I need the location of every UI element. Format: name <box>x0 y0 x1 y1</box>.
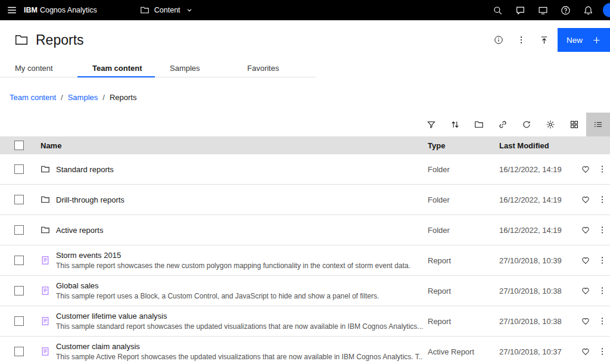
table-row[interactable]: Standard reports Folder 16/12/2022, 14:1… <box>0 154 610 185</box>
screen-icon[interactable] <box>531 0 554 20</box>
table-row[interactable]: Active reports Folder 16/12/2022, 14:19 <box>0 215 610 245</box>
sort-icon[interactable] <box>443 113 467 136</box>
row-checkbox[interactable] <box>14 256 24 265</box>
table-row[interactable]: Storm events 2015 This sample report sho… <box>0 245 610 276</box>
table-body: Standard reports Folder 16/12/2022, 14:1… <box>0 154 610 364</box>
notifications-icon[interactable] <box>577 0 599 20</box>
item-name[interactable]: Customer claim analysis <box>56 342 423 351</box>
page-title: Reports <box>36 32 84 48</box>
item-modified: 27/10/2018, 10:38 <box>494 317 577 326</box>
row-menu-icon[interactable] <box>597 225 607 235</box>
table-row[interactable]: Customer lifetime value analysis This sa… <box>0 306 610 337</box>
settings-icon[interactable] <box>539 113 562 136</box>
report-icon <box>41 316 50 326</box>
help-icon[interactable] <box>554 0 577 20</box>
item-modified: 27/10/2018, 10:37 <box>494 347 577 356</box>
item-type: Folder <box>423 195 494 204</box>
item-name[interactable]: Drill-through reports <box>56 195 125 204</box>
tile-view-icon[interactable] <box>562 113 586 136</box>
row-menu-icon[interactable] <box>597 256 607 265</box>
tab-favorites[interactable]: Favorites <box>232 60 310 77</box>
item-name[interactable]: Customer lifetime value analysis <box>56 312 423 321</box>
item-name[interactable]: Global sales <box>56 281 379 290</box>
chat-icon[interactable] <box>509 0 531 20</box>
favorite-icon[interactable] <box>581 347 590 356</box>
upload-icon[interactable] <box>533 28 555 52</box>
content-switcher-label: Content <box>154 6 180 14</box>
folder-icon <box>41 225 50 235</box>
header-actions: New <box>487 28 610 52</box>
row-checkbox[interactable] <box>14 164 24 174</box>
search-icon[interactable] <box>486 0 509 20</box>
item-type: Report <box>423 287 494 295</box>
breadcrumb-separator: / <box>61 93 63 102</box>
user-avatar[interactable] <box>603 3 610 17</box>
item-modified: 16/12/2022, 14:19 <box>494 195 577 204</box>
breadcrumb-team-content[interactable]: Team content <box>10 93 56 102</box>
breadcrumb-samples[interactable]: Samples <box>68 93 98 102</box>
top-nav: IBMCognos Analytics Content <box>0 0 610 20</box>
table-row[interactable]: Customer claim analysis This sample Acti… <box>0 337 610 364</box>
link-icon[interactable] <box>491 113 515 136</box>
info-icon[interactable] <box>487 28 510 52</box>
favorite-icon[interactable] <box>581 256 590 265</box>
row-menu-icon[interactable] <box>597 347 607 356</box>
filter-icon[interactable] <box>419 113 443 136</box>
item-modified: 27/10/2018, 10:39 <box>494 256 577 265</box>
item-type: Folder <box>423 226 494 235</box>
folder-icon <box>14 33 29 47</box>
app-brand: IBMCognos Analytics <box>24 6 97 14</box>
row-checkbox[interactable] <box>14 286 24 295</box>
toolbar <box>0 113 610 136</box>
new-button[interactable]: New <box>558 28 610 52</box>
tab-my-content[interactable]: My content <box>0 60 77 77</box>
brand-name: Cognos Analytics <box>40 6 97 14</box>
row-checkbox[interactable] <box>14 316 24 326</box>
row-checkbox[interactable] <box>14 347 24 356</box>
overflow-menu-icon[interactable] <box>510 28 533 52</box>
page-title-wrap: Reports <box>14 32 84 48</box>
table-header: Name Type Last Modified <box>0 136 610 154</box>
item-name[interactable]: Storm events 2015 <box>56 251 410 260</box>
refresh-icon[interactable] <box>515 113 539 136</box>
favorite-icon[interactable] <box>581 195 590 204</box>
list-view-icon[interactable] <box>586 113 610 136</box>
row-menu-icon[interactable] <box>597 316 607 326</box>
column-header-type[interactable]: Type <box>423 141 494 150</box>
favorite-icon[interactable] <box>581 225 590 235</box>
column-header-modified[interactable]: Last Modified <box>494 141 577 150</box>
item-name[interactable]: Standard reports <box>56 165 114 174</box>
item-type: Report <box>423 317 494 326</box>
menu-icon[interactable] <box>0 0 24 20</box>
select-all-checkbox[interactable] <box>14 141 24 150</box>
row-menu-icon[interactable] <box>597 195 607 204</box>
brand-prefix: IBM <box>24 6 38 14</box>
item-type: Active Report <box>423 347 494 356</box>
tab-team-content[interactable]: Team content <box>77 60 155 77</box>
favorite-icon[interactable] <box>581 316 590 326</box>
item-description: This sample report uses a Block, a Custo… <box>56 292 379 300</box>
tab-bar: My content Team content Samples Favorite… <box>0 60 316 77</box>
row-menu-icon[interactable] <box>597 286 607 295</box>
item-name[interactable]: Active reports <box>56 226 103 235</box>
favorite-icon[interactable] <box>581 286 590 295</box>
table-row[interactable]: Global sales This sample report uses a B… <box>0 276 610 306</box>
column-header-name[interactable]: Name <box>38 141 423 150</box>
item-description: This sample standard report showcases th… <box>56 322 423 331</box>
item-description: This sample report showcases the new cus… <box>56 262 410 270</box>
topbar-actions <box>486 0 610 20</box>
folder-icon <box>41 164 50 174</box>
row-checkbox[interactable] <box>14 195 24 204</box>
row-checkbox[interactable] <box>14 225 24 235</box>
item-type: Report <box>423 256 494 265</box>
item-modified: 16/12/2022, 14:19 <box>494 226 577 235</box>
table-row[interactable]: Drill-through reports Folder 16/12/2022,… <box>0 185 610 215</box>
item-description: This sample Active Report showcases the … <box>56 353 423 361</box>
new-folder-icon[interactable] <box>467 113 491 136</box>
tab-samples[interactable]: Samples <box>155 60 232 77</box>
favorite-icon[interactable] <box>581 164 590 174</box>
content-switcher[interactable]: Content <box>134 0 200 20</box>
breadcrumb-current: Reports <box>110 93 137 102</box>
item-modified: 27/10/2018, 10:38 <box>494 287 577 295</box>
row-menu-icon[interactable] <box>597 164 607 174</box>
